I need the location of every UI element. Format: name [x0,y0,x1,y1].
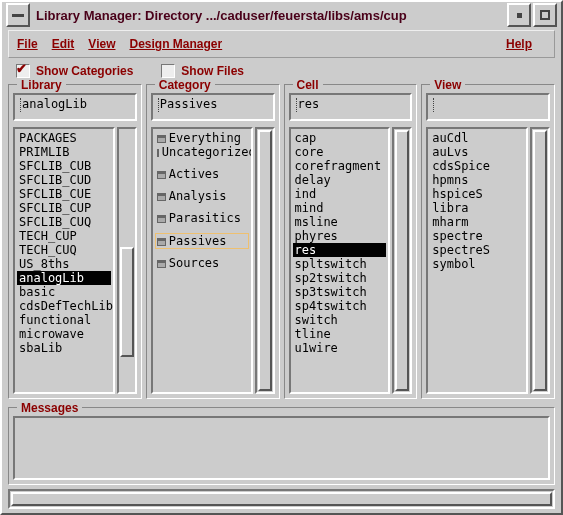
list-item[interactable]: u1wire [293,341,387,355]
panel-title: Category [155,78,215,92]
list-item[interactable]: SFCLIB_CUB [17,159,111,173]
list-item[interactable]: cap [293,131,387,145]
list-item[interactable]: core [293,145,387,159]
folder-icon [157,149,159,157]
panel-title: Library [17,78,66,92]
options-row: Show Categories Show Files [2,62,561,84]
folder-icon [157,171,166,179]
checkbox-icon [161,64,175,78]
list-item[interactable]: Everything [155,131,249,145]
list-item[interactable]: sp3tswitch [293,285,387,299]
list-item[interactable]: functional [17,313,111,327]
show-files-checkbox[interactable]: Show Files [161,64,244,78]
list-item[interactable]: Parasitics [155,211,249,225]
list-item[interactable]: auLvs [430,145,524,159]
cell-listbox[interactable]: capcorecorefragmentdelayindmindmslinephy… [289,127,391,394]
list-item[interactable]: Sources [155,256,249,270]
list-item[interactable]: cdsDefTechLib [17,299,111,313]
window-title: Library Manager: Directory .../caduser/f… [30,8,507,23]
scrollbar-vertical[interactable] [117,127,137,394]
list-item[interactable]: sp4tswitch [293,299,387,313]
messages-panel: Messages [8,407,555,485]
cell-entry[interactable]: res [289,93,413,121]
list-item[interactable]: spltswitch [293,257,387,271]
list-item[interactable]: switch [293,313,387,327]
list-item[interactable]: libra [430,201,524,215]
list-item[interactable]: delay [293,173,387,187]
category-listbox[interactable]: EverythingUncategorizedActivesAnalysisPa… [151,127,253,394]
menu-edit[interactable]: Edit [52,37,75,51]
list-item[interactable]: TECH_CUQ [17,243,111,257]
list-item[interactable]: Uncategorized [155,145,249,159]
list-item[interactable]: ind [293,187,387,201]
list-item[interactable]: PACKAGES [17,131,111,145]
scrollbar-vertical[interactable] [530,127,550,394]
folder-icon [157,238,166,246]
library-listbox[interactable]: PACKAGESPRIMLIBSFCLIB_CUBSFCLIB_CUDSFCLI… [13,127,115,394]
category-entry[interactable]: Passives [151,93,275,121]
menu-design-manager[interactable]: Design Manager [129,37,222,51]
menu-view[interactable]: View [88,37,115,51]
library-panel: Library analogLib PACKAGESPRIMLIBSFCLIB_… [8,84,142,399]
maximize-button[interactable] [533,3,557,27]
list-item[interactable]: spectreS [430,243,524,257]
panels-area: Library analogLib PACKAGESPRIMLIBSFCLIB_… [2,84,561,403]
list-item[interactable]: phyres [293,229,387,243]
list-item[interactable]: SFCLIB_CUE [17,187,111,201]
list-item[interactable]: corefragment [293,159,387,173]
list-item[interactable]: Passives [155,233,249,249]
folder-icon [157,135,166,143]
view-listbox[interactable]: auCdlauLvscdsSpicehpmnshspiceSlibramharm… [426,127,528,394]
title-bar: Library Manager: Directory .../caduser/f… [2,2,561,28]
panel-title: View [430,78,465,92]
list-item[interactable]: TECH_CUP [17,229,111,243]
list-item[interactable]: Actives [155,167,249,181]
list-item[interactable]: SFCLIB_CUD [17,173,111,187]
list-item[interactable]: SFCLIB_CUQ [17,215,111,229]
menu-help[interactable]: Help [506,37,532,51]
window-root: Library Manager: Directory .../caduser/f… [0,0,563,515]
list-item[interactable]: auCdl [430,131,524,145]
cell-panel: Cell res capcorecorefragmentdelayindmind… [284,84,418,399]
panel-title: Messages [17,401,82,415]
show-categories-checkbox[interactable]: Show Categories [16,64,133,78]
view-panel: View auCdlauLvscdsSpicehpmnshspiceSlibra… [421,84,555,399]
list-item[interactable]: res [293,243,387,257]
list-item[interactable]: sp2tswitch [293,271,387,285]
list-item[interactable]: hspiceS [430,187,524,201]
scrollbar-horizontal[interactable] [8,489,555,509]
list-item[interactable]: spectre [430,229,524,243]
folder-icon [157,260,166,268]
list-item[interactable]: SFCLIB_CUP [17,201,111,215]
library-entry[interactable]: analogLib [13,93,137,121]
list-item[interactable]: msline [293,215,387,229]
list-item[interactable]: basic [17,285,111,299]
window-menu-button[interactable] [6,3,30,27]
list-item[interactable]: Analysis [155,189,249,203]
list-item[interactable]: microwave [17,327,111,341]
scrollbar-vertical[interactable] [392,127,412,394]
scrollbar-vertical[interactable] [255,127,275,394]
list-item[interactable]: PRIMLIB [17,145,111,159]
category-panel: Category Passives EverythingUncategorize… [146,84,280,399]
folder-icon [157,193,166,201]
list-item[interactable]: cdsSpice [430,159,524,173]
view-entry[interactable] [426,93,550,121]
menu-bar: File Edit View Design Manager Help [8,30,555,58]
list-item[interactable]: analogLib [17,271,111,285]
checkbox-icon [16,64,30,78]
list-item[interactable]: hpmns [430,173,524,187]
list-item[interactable]: sbaLib [17,341,111,355]
menu-file[interactable]: File [17,37,38,51]
minimize-button[interactable] [507,3,531,27]
list-item[interactable]: symbol [430,257,524,271]
list-item[interactable]: mharm [430,215,524,229]
panel-title: Cell [293,78,323,92]
list-item[interactable]: mind [293,201,387,215]
messages-textarea[interactable] [13,416,550,480]
list-item[interactable]: US_8ths [17,257,111,271]
folder-icon [157,215,166,223]
list-item[interactable]: tline [293,327,387,341]
